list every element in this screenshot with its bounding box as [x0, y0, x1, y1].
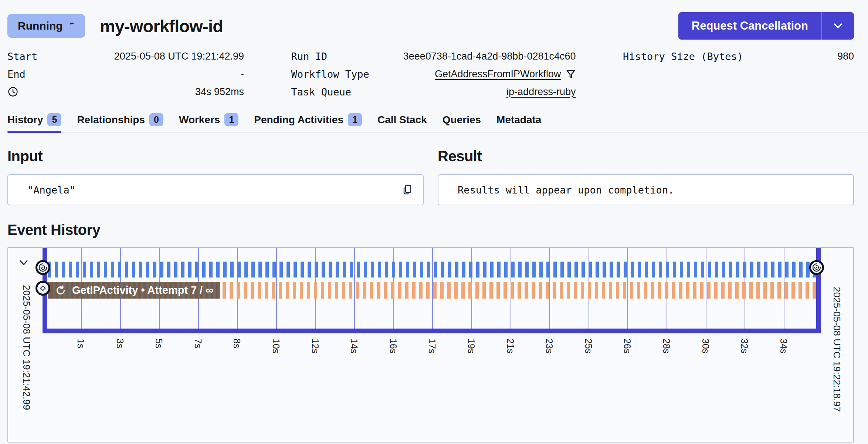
detail-row-history-size: History Size (Bytes) 980 [623, 47, 854, 65]
input-title: Input [7, 148, 424, 165]
result-title: Result [438, 148, 854, 165]
timeline-tick-label: 19s [467, 339, 476, 353]
timeline-tick-label: 17s [427, 339, 437, 353]
tab-count-badge: 0 [149, 113, 163, 126]
detail-row-start: Start 2025-05-08 UTC 19:21:42.99 [7, 47, 244, 65]
activity-bar[interactable]: GetIPActivity • Attempt 7 / ∞ [48, 282, 220, 299]
detail-row-end: End - [7, 65, 244, 83]
event-history-title: Event History [7, 222, 854, 238]
tab-pending-activities[interactable]: Pending Activities 1 [254, 113, 362, 132]
temporal-spiral-icon [811, 262, 822, 273]
activity-retry-bar[interactable] [223, 282, 816, 299]
detail-row-task-queue: Task Queue ip-address-ruby [291, 83, 576, 101]
workflow-type-link[interactable]: GetAddressFromIPWorkflow [435, 68, 561, 80]
tab-call-stack[interactable]: Call Stack [377, 113, 427, 132]
timeline-start-timestamp: 2025-05-08 UTC 19:21:42.99 [21, 285, 32, 410]
run-id-value: 3eee0738-1cad-4a2d-98bb-0281c4c60 [403, 51, 576, 62]
spinner-icon [68, 22, 76, 30]
workflow-start-node[interactable] [35, 260, 50, 275]
timeline-tick-label: 14s [349, 339, 359, 353]
detail-label: Workflow Type [291, 68, 369, 80]
result-box: Results will appear upon completion. [438, 174, 854, 205]
cancellation-menu-button[interactable] [821, 12, 854, 40]
detail-label: Start [7, 51, 37, 62]
detail-row-workflow-type: Workflow Type GetAddressFromIPWorkflow [291, 65, 576, 83]
elapsed-time-value: 34s 952ms [195, 86, 244, 98]
timeline-tick-label: 32s [740, 339, 749, 353]
tab-count-badge: 5 [47, 113, 61, 126]
tab-bar: History 5 Relationships 0 Workers 1 Pend… [7, 113, 868, 132]
detail-label: History Size (Bytes) [623, 51, 743, 62]
timeline-tick-label: 34s [779, 339, 789, 353]
collapse-chevron-icon[interactable] [17, 258, 30, 267]
retry-icon [55, 285, 66, 296]
timeline-tick-label: 28s [662, 339, 671, 353]
detail-row-elapsed: 34s 952ms [7, 83, 244, 101]
tab-count-badge: 1 [348, 113, 362, 126]
timeline-tick-label: 23s [545, 339, 554, 353]
timeline-tick-label: 8s [232, 339, 242, 348]
tab-workers[interactable]: Workers 1 [179, 113, 238, 132]
tab-metadata[interactable]: Metadata [496, 113, 541, 132]
detail-label: Run ID [291, 51, 328, 62]
result-panel: Result Results will appear upon completi… [438, 148, 854, 205]
event-history-timeline: GetIPActivity • Attempt 7 / ∞ 2025-05-08… [7, 247, 854, 443]
filter-icon[interactable] [566, 69, 576, 79]
request-cancellation-button-group: Request Cancellation [678, 12, 854, 40]
workflow-details: Start 2025-05-08 UTC 19:21:42.99 End - 3… [7, 47, 854, 101]
status-badge[interactable]: Running [7, 14, 85, 38]
activity-node[interactable] [35, 281, 50, 296]
activity-label: GetIPActivity • Attempt 7 / ∞ [72, 284, 213, 296]
request-cancellation-button[interactable]: Request Cancellation [678, 12, 821, 40]
timeline-tick-label: 21s [506, 339, 515, 353]
workflow-end-node[interactable] [809, 260, 824, 275]
detail-label: Task Queue [291, 86, 352, 98]
task-queue-link[interactable]: ip-address-ruby [506, 86, 576, 98]
input-value: "Angela" [27, 184, 401, 196]
start-time-value: 2025-05-08 UTC 19:21:42.99 [114, 51, 244, 62]
header: Running my-workflow-id Request Cancellat… [7, 12, 854, 40]
timeline-tick-label: 30s [701, 339, 711, 353]
timeline-tick-label: 1s [76, 339, 86, 348]
timeline-tick-label: 16s [389, 339, 398, 353]
chevron-down-icon [832, 22, 844, 30]
timeline-tick-label: 3s [115, 339, 125, 348]
timeline-tick-label: 26s [623, 339, 632, 353]
timeline-tick-label: 10s [271, 339, 281, 353]
status-label: Running [18, 20, 63, 32]
tab-count-badge: 1 [224, 113, 238, 126]
timeline-tick-label: 12s [311, 339, 320, 353]
result-value: Results will appear upon completion. [458, 184, 844, 196]
diamond-icon [39, 284, 47, 292]
detail-row-run-id: Run ID 3eee0738-1cad-4a2d-98bb-0281c4c60 [291, 47, 576, 65]
copy-icon[interactable] [401, 184, 413, 196]
input-box: "Angela" [7, 174, 424, 205]
tab-queries[interactable]: Queries [443, 113, 481, 132]
timeline-axis [43, 329, 821, 333]
input-result-section: Input "Angela" Result Results will appea… [7, 148, 854, 205]
timeline-tick-label: 5s [154, 339, 164, 348]
detail-label: End [7, 68, 26, 80]
clock-icon [7, 86, 18, 97]
timeline-end-timestamp: 2025-05-08 UTC 19:22:18.97 [831, 287, 842, 412]
tab-history[interactable]: History 5 [7, 113, 61, 132]
page-title: my-workflow-id [100, 16, 223, 36]
workflow-page: Running my-workflow-id Request Cancellat… [7, 12, 854, 444]
timeline-tick-label: 25s [584, 339, 593, 353]
timeline-tick-label: 7s [193, 339, 203, 348]
input-panel: Input "Angela" [7, 148, 424, 205]
history-size-value: 980 [837, 51, 854, 62]
workflow-execution-bar[interactable] [48, 262, 816, 278]
temporal-spiral-icon [38, 262, 48, 273]
tab-relationships[interactable]: Relationships 0 [77, 113, 163, 132]
end-time-value: - [241, 68, 244, 80]
